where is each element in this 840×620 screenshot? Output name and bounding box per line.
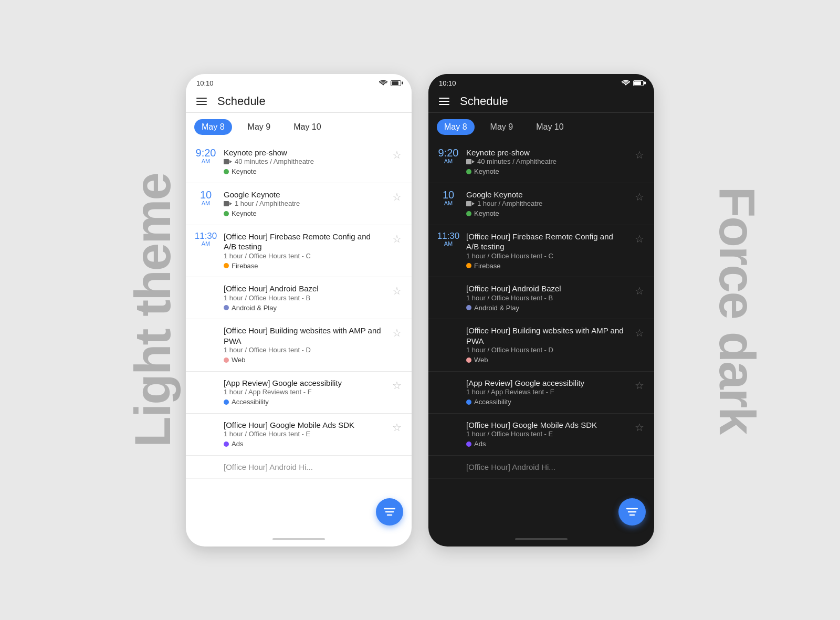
time-col-2-dark: 11:30 AM [437,232,460,247]
event-title-1-light: Google Keynote [224,190,384,200]
event-tag-0-dark: Keynote [466,167,499,175]
svg-rect-2 [224,201,229,206]
schedule-item-3-dark[interactable]: [Office Hour] Android Bazel 1 hour / Off… [428,277,654,319]
status-icons-light [379,80,401,86]
event-duration-1-dark: 1 hour / Amphitheatre [477,199,542,207]
event-title-5-light: [App Review] Google accessibility [224,378,384,388]
schedule-item-3-light[interactable]: [Office Hour] Android Bazel 1 hour / Off… [186,277,412,319]
filter-icon-light [384,507,395,517]
schedule-item-1-light[interactable]: 10 AM Google Keynote 1 hour / Amphitheat… [186,183,412,225]
event-col-3-dark: [Office Hour] Android Bazel 1 hour / Off… [466,283,627,312]
star-btn-6-light[interactable]: ☆ [391,421,403,434]
tag-label-3-light: Android & Play [232,304,277,312]
tag-label-2-light: Firebase [232,262,258,270]
phone-dark: 10:10 Schedule May 8 May 9 May 10 [428,74,654,547]
event-col-2-dark: [Office Hour] Firebase Remote Config and… [466,232,627,271]
tag-label-0-dark: Keynote [474,167,499,175]
event-duration-2-light: 1 hour / Office Hours tent - C [224,252,384,260]
schedule-item-2-light[interactable]: 11:30 AM [Office Hour] Firebase Remote C… [186,225,412,278]
tag-dot-5-light [224,400,229,405]
schedule-item-5-light[interactable]: [App Review] Google accessibility 1 hour… [186,372,412,414]
app-bar-dark: Schedule [428,90,654,113]
event-col-1-dark: Google Keynote 1 hour / Amphitheatre Key… [466,190,627,218]
schedule-item-4-dark[interactable]: [Office Hour] Building websites with AMP… [428,319,654,372]
meta-row-0-light: 40 minutes / Amphitheatre [224,157,384,165]
tag-dot-4-light [224,358,229,363]
schedule-item-5-dark[interactable]: [App Review] Google accessibility 1 hour… [428,372,654,414]
schedule-scroll-dark[interactable]: 9:20 AM Keynote pre-show 40 minutes / Am… [428,141,654,532]
event-col-3-light: [Office Hour] Android Bazel 1 hour / Off… [224,283,384,312]
video-icon-0-dark [466,159,475,165]
tag-label-1-light: Keynote [232,209,257,217]
star-btn-1-light[interactable]: ☆ [391,191,403,203]
star-icon-2-dark: ☆ [635,234,644,244]
schedule-item-4-light[interactable]: [Office Hour] Building websites with AMP… [186,319,412,372]
schedule-item-7-dark[interactable]: [Office Hour] Android Hi... [428,456,654,479]
star-btn-4-light[interactable]: ☆ [391,327,403,339]
home-indicator-light [186,532,412,547]
date-tab-may8-dark[interactable]: May 8 [437,119,475,135]
fab-light[interactable] [376,498,403,526]
video-icon-1-light [224,201,232,207]
schedule-item-1-dark[interactable]: 10 AM Google Keynote 1 hour / Amphitheat… [428,183,654,225]
time-period-0-light: AM [194,158,217,164]
star-btn-3-light[interactable]: ☆ [391,285,403,297]
schedule-item-6-dark[interactable]: [Office Hour] Google Mobile Ads SDK 1 ho… [428,414,654,456]
star-btn-2-dark[interactable]: ☆ [633,233,646,245]
schedule-item-7-light[interactable]: [Office Hour] Android Hi... [186,456,412,479]
tag-label-6-light: Ads [232,440,243,448]
time-period-2-light: AM [194,240,217,247]
time-hour-2-light: 11:30 [194,232,217,240]
meta-row-0-dark: 40 minutes / Amphitheatre [466,157,627,165]
date-tab-may9-light[interactable]: May 9 [240,119,278,135]
schedule-item-6-light[interactable]: [Office Hour] Google Mobile Ads SDK 1 ho… [186,414,412,456]
time-hour-1-light: 10 [194,190,217,200]
schedule-item-0-dark[interactable]: 9:20 AM Keynote pre-show 40 minutes / Am… [428,141,654,183]
event-title-2-dark: [Office Hour] Firebase Remote Config and… [466,232,627,252]
star-btn-5-light[interactable]: ☆ [391,379,403,392]
tag-dot-4-dark [466,358,471,363]
tag-label-2-dark: Firebase [474,262,501,270]
time-hour-0-light: 9:20 [194,148,217,158]
date-tab-may8-light[interactable]: May 8 [194,119,232,135]
event-duration-6-light: 1 hour / Office Hours tent - E [224,430,384,438]
event-tag-2-light: Firebase [224,262,258,270]
event-col-5-dark: [App Review] Google accessibility 1 hour… [466,378,627,407]
hamburger-menu-light[interactable] [194,96,209,107]
star-btn-2-light[interactable]: ☆ [391,233,403,245]
wifi-icon-light [379,80,387,86]
schedule-item-2-dark[interactable]: 11:30 AM [Office Hour] Firebase Remote C… [428,225,654,278]
event-col-6-light: [Office Hour] Google Mobile Ads SDK 1 ho… [224,420,384,449]
app-title-light: Schedule [217,94,266,108]
star-btn-5-dark[interactable]: ☆ [633,379,646,392]
tag-dot-6-light [224,442,229,447]
date-tab-may10-light[interactable]: May 10 [286,119,328,135]
event-duration-4-light: 1 hour / Office Hours tent - D [224,346,384,354]
schedule-item-0-light[interactable]: 9:20 AM Keynote pre-show 40 minutes / Am… [186,141,412,183]
event-title-3-light: [Office Hour] Android Bazel [224,283,384,294]
schedule-scroll-light[interactable]: 9:20 AM Keynote pre-show 40 minutes / Am… [186,141,412,532]
star-btn-6-dark[interactable]: ☆ [633,421,646,434]
watermark-left: Light theme [124,173,182,447]
watermark-right: Force dark [709,186,766,434]
star-btn-0-light[interactable]: ☆ [391,149,403,161]
hamburger-menu-dark[interactable] [437,96,452,107]
star-btn-4-dark[interactable]: ☆ [633,327,646,339]
tag-label-4-dark: Web [474,356,488,364]
star-btn-0-dark[interactable]: ☆ [633,149,646,161]
fab-dark[interactable] [618,498,646,526]
time-period-1-light: AM [194,200,217,206]
time-col-1-dark: 10 AM [437,190,460,206]
star-btn-1-dark[interactable]: ☆ [633,191,646,203]
battery-icon-dark [633,80,644,86]
event-title-6-light: [Office Hour] Google Mobile Ads SDK [224,420,384,430]
star-icon-4-light: ☆ [392,328,402,338]
date-tab-may10-dark[interactable]: May 10 [529,119,571,135]
star-icon-4-dark: ☆ [635,328,644,338]
status-bar-light: 10:10 [186,74,412,90]
event-title-4-dark: [Office Hour] Building websites with AMP… [466,325,627,346]
date-tab-may9-dark[interactable]: May 9 [483,119,521,135]
svg-rect-0 [224,159,229,164]
star-btn-3-dark[interactable]: ☆ [633,285,646,297]
tag-dot-3-light [224,305,229,310]
